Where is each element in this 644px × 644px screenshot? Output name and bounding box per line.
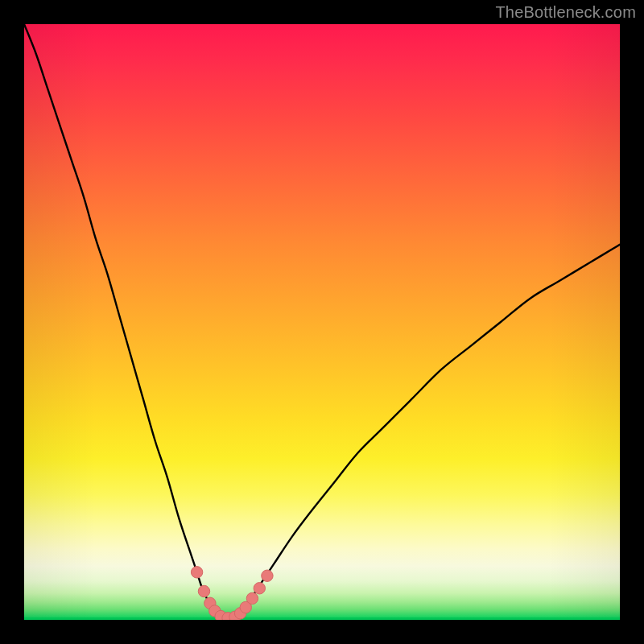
chart-area xyxy=(24,24,620,620)
watermark-text: TheBottleneck.com xyxy=(495,3,636,22)
highlight-marker xyxy=(191,567,202,578)
highlight-marker xyxy=(262,570,273,581)
highlight-marker xyxy=(246,592,258,604)
bottleneck-curve xyxy=(24,24,620,618)
highlight-marker xyxy=(198,585,209,597)
chart-svg xyxy=(24,24,620,620)
highlight-markers xyxy=(191,567,273,620)
highlight-marker xyxy=(254,583,265,594)
